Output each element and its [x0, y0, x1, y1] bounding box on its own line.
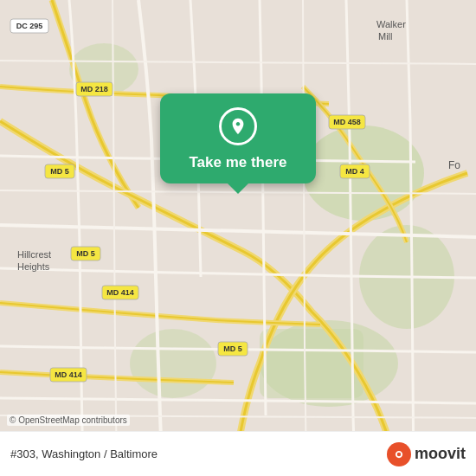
svg-text:Hillcrest: Hillcrest — [17, 249, 51, 260]
svg-text:MD 414: MD 414 — [55, 370, 82, 379]
svg-text:MD 5: MD 5 — [76, 249, 95, 258]
svg-rect-6 — [260, 329, 363, 398]
map-attribution: © OpenStreetMap contributors — [7, 415, 130, 426]
svg-text:Heights: Heights — [17, 261, 50, 272]
svg-text:MD 458: MD 458 — [333, 118, 361, 126]
moovit-icon — [387, 442, 411, 466]
svg-point-5 — [130, 329, 216, 398]
moovit-brand-text: moovit — [415, 445, 466, 463]
svg-text:MD 5: MD 5 — [50, 167, 69, 176]
location-label: #303, Washington / Baltimore — [10, 447, 158, 460]
map-container: Walker Mill Hillcrest Heights DC 295 MD … — [0, 0, 476, 476]
svg-text:MD 5: MD 5 — [223, 344, 242, 353]
svg-text:MD 4: MD 4 — [345, 167, 364, 176]
take-me-there-button[interactable]: Take me there — [189, 154, 286, 171]
svg-text:MD 218: MD 218 — [80, 85, 108, 93]
bottom-bar: #303, Washington / Baltimore moovit — [0, 431, 476, 476]
map-svg: Walker Mill Hillcrest Heights DC 295 MD … — [0, 0, 476, 476]
popup-card[interactable]: Take me there — [160, 93, 316, 183]
svg-point-30 — [397, 452, 402, 456]
svg-text:Walker: Walker — [376, 19, 406, 29]
moovit-logo: moovit — [387, 442, 466, 466]
svg-text:DC 295: DC 295 — [16, 22, 43, 30]
svg-text:Mill: Mill — [378, 31, 393, 42]
svg-text:MD 414: MD 414 — [106, 288, 134, 297]
svg-text:Fo: Fo — [448, 159, 460, 171]
location-pin-icon — [219, 107, 257, 145]
